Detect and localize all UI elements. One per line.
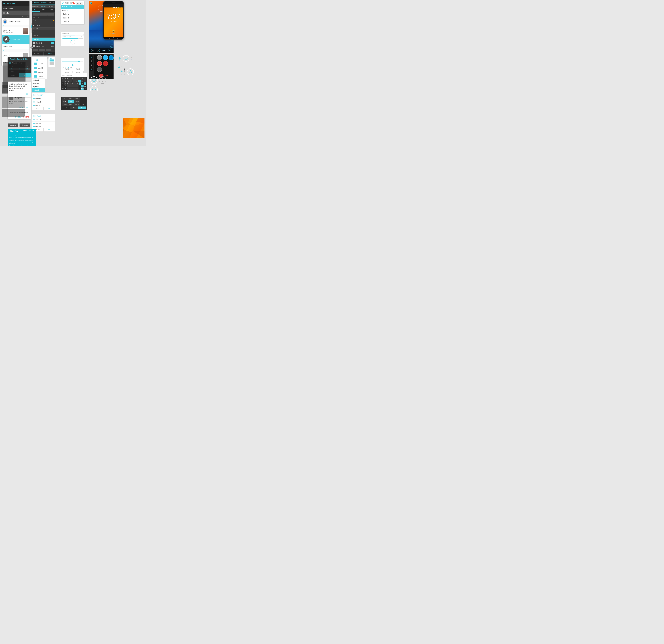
kb-j[interactable]: j [78,80,81,82]
num-0[interactable]: 0 + [70,106,78,109]
num-3[interactable]: 3 DEF [74,97,80,100]
github-handle[interactable]: /chronoblow [17,145,23,146]
paste-button[interactable]: PASTE [76,2,83,5]
tr2-opt-2[interactable]: Option 2 [32,122,55,125]
kb-q[interactable]: q [62,78,64,80]
num-6[interactable]: 6 MNO [74,100,80,103]
tr1-opt-2[interactable]: Option 2 [32,100,55,104]
nav-recent[interactable]: □ [117,38,118,39]
knob-dark-1[interactable] [97,67,102,72]
upload-btn-2[interactable]: Uploaded [20,124,30,127]
twitter-handle[interactable]: @uijunction [9,145,15,146]
hdr-cam-front-btn[interactable]: 🔄 [103,49,106,52]
tr2-opt-3[interactable]: Option 3 [32,125,55,128]
circ-ctrl-2[interactable] [99,76,106,84]
kb-mic[interactable]: 🎤 [64,85,66,87]
kb-L-big[interactable]: L [84,82,86,85]
num-9[interactable]: 9 WXYZ [74,103,80,106]
kb-del3[interactable]: ⌫ [84,87,86,90]
kb-shift[interactable]: ⇧ [62,82,64,85]
text-cursor-bar[interactable]: Option [61,9,84,12]
kb-l[interactable]: l [84,80,86,82]
nav-home[interactable] [113,38,115,39]
kb-h[interactable]: h [75,80,78,82]
alert-ok-btn[interactable]: OK [25,93,29,95]
find-input[interactable] [33,19,52,21]
done-button[interactable]: ✓ DONE [44,52,55,56]
tab-1[interactable]: TAB 1 [32,8,40,12]
cam-ctrl-2[interactable]: 🎬 [89,59,93,63]
progress-close-2[interactable]: ✕ [82,38,84,39]
kb-n[interactable]: n [76,82,79,85]
num-1[interactable]: 1 [62,97,68,100]
kb-a[interactable]: a [62,80,64,82]
hdr-settings-icon[interactable]: ⚙ [110,43,112,45]
kb-s[interactable]: s [64,80,67,82]
dropdown-option-3[interactable]: Option 3 [61,20,84,24]
cam-icon-small[interactable]: 📷 [90,2,92,4]
list-item-3[interactable]: Second item [2,44,29,50]
cancel-button[interactable]: ✕ CANCEL [32,52,44,56]
kb-del2[interactable]: ⌫ [84,85,86,87]
tr1-cancel-btn[interactable]: Cancel [32,107,44,110]
kb-f[interactable]: f [70,80,72,82]
list-item-1[interactable]: 2-Line List This is some text. [2,27,29,35]
tr2-opt-1[interactable]: Option 1 [32,118,55,122]
hdr-gallery-btn[interactable]: 🖼 [108,49,111,52]
hdr-video-btn[interactable]: 🎬 [97,49,100,52]
kb-return[interactable]: Return [81,85,84,87]
kb-g[interactable]: g [72,80,75,82]
cam-ctrl-4[interactable]: 📸 [89,67,93,71]
dropdown-option-2[interactable]: Option 2 [61,16,84,20]
num-backspace[interactable]: ⌫ [80,103,86,106]
kb-m-top[interactable]: m [81,80,83,82]
tr2-ok-btn[interactable]: OK [44,128,55,131]
knob-blue-1[interactable] [103,55,108,60]
num-star[interactable]: * # [62,106,70,109]
toggle-off-state[interactable]: OFF [50,45,54,47]
kb-z[interactable]: z [64,82,66,85]
knob-grey[interactable] [97,55,102,60]
kb-w[interactable]: w [64,78,66,80]
kb-y[interactable]: y [74,78,76,80]
list-item-profile[interactable]: 👤 Set up my profile [2,18,29,25]
kb-i[interactable]: i [79,78,81,80]
kb-c[interactable]: c [69,82,71,85]
kb-p[interactable]: p [84,78,86,80]
num-del[interactable]: - [80,97,86,100]
num-7[interactable]: 7 PQRS [62,103,68,106]
kb-space[interactable] [67,85,79,87]
kb-mic-2[interactable]: 🎤 [64,87,66,90]
num-next[interactable]: Next [78,106,86,109]
label-item-2[interactable]: Label 2 [33,66,46,70]
kb-d[interactable]: d [67,80,70,82]
tab-2[interactable]: TAB 2 [40,8,47,12]
kb-v[interactable]: v [71,82,74,85]
kb-t[interactable]: t [71,78,74,80]
scroll-indicator[interactable] [31,23,32,33]
knob-red-2[interactable] [103,61,108,66]
cat-tab-toppaid[interactable]: TOP PAID [48,1,55,4]
tab-3[interactable]: TAB 3 [47,8,55,12]
num-2[interactable]: 2 ABC [68,97,74,100]
focused-row[interactable]: Focused [32,38,55,41]
num-4[interactable]: 4 GHI [62,100,68,103]
knob-red-1[interactable] [97,61,102,66]
list-item-selected[interactable]: A Second item [2,35,29,44]
label-item-3[interactable]: Label 3 [33,70,46,74]
knob-blue-2[interactable] [109,55,114,60]
label-item-1[interactable]: Label 1 [33,62,46,66]
kb-u[interactable]: u [76,78,79,80]
expand-circle-btn[interactable]: ○ [30,46,33,48]
send-icon[interactable]: ▷ [84,74,85,76]
kb-dot-2[interactable]: . [79,87,81,90]
dialog-ok-btn[interactable]: OK [26,106,29,109]
opt-2[interactable]: Option 2 [32,82,45,85]
kb-next[interactable]: Next [81,87,84,90]
opt-4[interactable]: Option 3 [32,88,45,91]
kb-e[interactable]: e [66,78,69,80]
cat-tab-category[interactable]: CATEGORY [32,1,40,5]
website-link[interactable]: rainview.zcool.com.cn [25,145,37,146]
slider-2-thumb[interactable] [72,64,74,66]
hdr-cam-btn[interactable]: 📷 [91,49,94,52]
